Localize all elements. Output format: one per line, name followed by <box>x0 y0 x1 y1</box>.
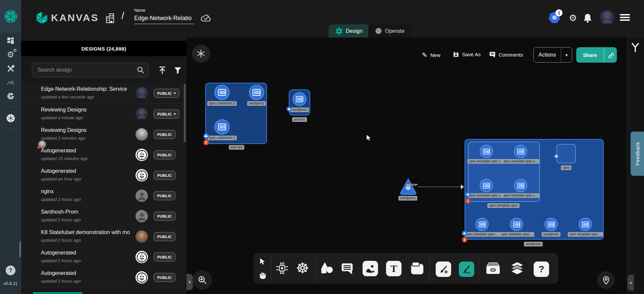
visibility-badge[interactable]: PUBLIC <box>154 130 175 139</box>
node-label: spec.template.spec <box>487 203 520 208</box>
comment-tool[interactable] <box>339 260 355 276</box>
archive-tool[interactable] <box>485 260 501 276</box>
design-name-input[interactable]: Edge-Network-Relatio <box>134 15 194 24</box>
node-container[interactable] <box>579 218 592 231</box>
kubernetes-context-button[interactable]: ☸ 1 <box>548 11 561 24</box>
kanvas-menu-fab[interactable] <box>192 45 210 63</box>
settings-gear-icon[interactable]: ⚙ <box>568 13 578 23</box>
actions-caret-icon[interactable]: ▾ <box>561 53 572 58</box>
node-label: spec.template.spec... <box>465 232 500 237</box>
layers-tool[interactable] <box>509 260 526 276</box>
design-list-item[interactable]: Edge-Network-Relationship: Service updat… <box>21 83 184 104</box>
dashboard-icon[interactable] <box>3 34 18 47</box>
visibility-badge[interactable]: PUBLIC <box>154 171 175 180</box>
components-tool[interactable] <box>274 260 290 276</box>
node-status-badge <box>462 231 467 236</box>
node-container[interactable] <box>480 179 493 192</box>
node-spec[interactable] <box>556 144 576 163</box>
design-list-item[interactable]: Autogenerated updated 2 hours ago PUBLIC <box>21 247 184 268</box>
design-updated: updated 2 hours ago <box>41 279 81 284</box>
chevron-down-icon: ▾ <box>174 112 176 116</box>
upload-design-icon[interactable] <box>158 66 167 75</box>
cloud-save-status-icon <box>200 13 212 23</box>
kubernetes-tool[interactable]: ☸ <box>294 259 311 277</box>
collapse-left-panel-button[interactable]: ‹ <box>186 274 193 290</box>
actions-split-button[interactable]: Actions ▾ <box>533 47 572 63</box>
pan-hand-tool[interactable] <box>257 269 269 281</box>
design-list-item[interactable]: Autogenerated updated 10 minutes ago PUB… <box>21 145 184 165</box>
panel-scrollbar[interactable] <box>184 84 186 142</box>
hamburger-menu-icon[interactable] <box>620 14 630 21</box>
design-list-item[interactable]: nginx updated 2 hours ago PUBLIC <box>21 186 184 206</box>
node-container[interactable] <box>514 179 527 192</box>
help-tool[interactable]: ? <box>534 262 549 277</box>
visibility-badge[interactable]: PUBLIC <box>154 150 175 159</box>
layer5-logo[interactable] <box>0 0 21 32</box>
design-list-item[interactable]: K8 Statefulset demonstration with mo upd… <box>21 226 184 247</box>
share-split-button[interactable]: Share <box>576 47 617 63</box>
design-list-item[interactable]: Reviewing Designs updated 2 minutes ago … <box>21 124 184 145</box>
actions-label[interactable]: Actions <box>534 52 561 58</box>
organization-icon[interactable] <box>105 12 117 24</box>
share-label[interactable]: Share <box>576 52 604 58</box>
design-list-item[interactable]: Santhosh-Prom updated 2 hours ago PUBLIC <box>21 206 184 227</box>
select-tool[interactable] <box>257 255 269 268</box>
pen-tool[interactable] <box>436 262 451 277</box>
shapes-tool[interactable] <box>319 260 335 276</box>
node-container[interactable] <box>510 218 523 231</box>
node-container[interactable] <box>292 92 307 106</box>
visibility-badge[interactable]: PUBLIC <box>154 212 175 221</box>
new-button[interactable]: ✎ New <box>422 51 440 59</box>
visibility-badge[interactable]: PUBLIC <box>154 232 175 241</box>
filter-icon[interactable] <box>173 66 182 75</box>
lifecycle-gears-icon[interactable]: ⚙⚙ <box>3 49 18 61</box>
pointer-pin-button[interactable] <box>597 271 615 289</box>
node-container[interactable] <box>514 145 527 158</box>
merge-flow-icon[interactable] <box>629 42 642 54</box>
visibility-badge[interactable]: PUBLIC <box>154 191 175 200</box>
dock-divider <box>315 255 316 281</box>
node-container[interactable] <box>249 85 264 100</box>
brand-logo[interactable]: KANVAS <box>36 11 99 24</box>
search-input[interactable]: Search design <box>32 63 149 77</box>
text-tool[interactable]: T <box>386 261 401 276</box>
node-label: spec.template.spec.s... <box>468 159 505 164</box>
user-avatar[interactable] <box>600 10 614 25</box>
node-container[interactable] <box>544 218 558 231</box>
tab-operate[interactable]: Operate <box>368 24 411 38</box>
note-tool[interactable] <box>409 260 425 276</box>
designs-panel-title: DESIGNS (24,898) <box>21 41 186 56</box>
node-container[interactable] <box>214 85 230 100</box>
pencil-icon: ✎ <box>422 51 427 59</box>
feedback-tab[interactable]: Feedback <box>631 132 644 176</box>
notifications-bell-icon[interactable] <box>583 13 593 23</box>
help-button[interactable]: ? <box>6 266 15 275</box>
visibility-badge[interactable]: PUBLIC <box>154 252 175 262</box>
design-list-item[interactable]: Reviewing Designs updated a minute ago P… <box>21 104 184 125</box>
design-list-item[interactable]: Autogenerated updated an hour ago PUBLIC <box>21 165 184 186</box>
copy-link-icon[interactable] <box>604 52 617 58</box>
collapse-right-dock-button[interactable]: ‹ <box>628 275 634 291</box>
zoom-in-button[interactable] <box>193 270 212 290</box>
tab-design[interactable]: Design <box>329 24 369 38</box>
design-name-block: Name Edge-Network-Relatio <box>134 8 194 24</box>
visibility-dropdown[interactable]: PUBLIC▾ <box>154 89 179 98</box>
save-as-button[interactable]: Save As <box>453 51 481 58</box>
breadcrumb-separator: / <box>121 10 124 21</box>
design-list-item[interactable]: Autogenerated updated 2 hours ago PUBLIC <box>21 267 184 288</box>
performance-gauge-icon[interactable] <box>3 75 18 87</box>
node-pod-template[interactable] <box>468 142 540 202</box>
design-updated: updated an hour ago <box>41 176 81 181</box>
node-container[interactable] <box>214 119 230 135</box>
extensions-icon[interactable] <box>3 90 18 102</box>
configuration-tools-icon[interactable] <box>3 63 18 75</box>
edge-service-to-deployment <box>418 187 462 187</box>
node-container[interactable] <box>480 145 493 158</box>
visibility-dropdown[interactable]: PUBLIC▾ <box>154 109 179 119</box>
kanvas-rail-icon[interactable] <box>3 112 18 124</box>
image-tool[interactable] <box>363 261 378 276</box>
comments-button[interactable]: Comments <box>489 51 523 58</box>
node-container[interactable] <box>475 218 489 231</box>
freehand-draw-tool[interactable] <box>459 262 474 277</box>
visibility-badge[interactable]: PUBLIC <box>154 273 175 282</box>
